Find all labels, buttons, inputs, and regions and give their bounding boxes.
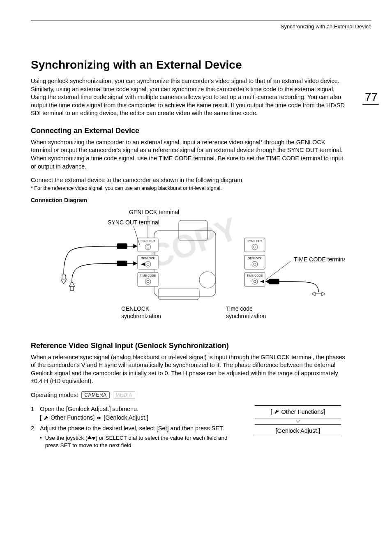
svg-marker-21 <box>134 262 137 265</box>
svg-point-44 <box>97 417 99 419</box>
camcorder-right: SYNC OUT GENLOCK TIME CODE <box>244 231 291 296</box>
svg-marker-23 <box>61 279 67 284</box>
svg-rect-3 <box>158 288 199 300</box>
svg-marker-40 <box>266 280 269 283</box>
svg-marker-42 <box>312 292 315 296</box>
svg-rect-19 <box>117 261 127 266</box>
chevron-down-outline-icon <box>295 418 301 424</box>
svg-marker-46 <box>92 437 96 440</box>
body-a2: When synchronizing a time code signal, u… <box>31 155 345 171</box>
svg-line-37 <box>266 261 291 280</box>
port-label-timecode-left: TIME CODE <box>140 274 156 277</box>
footnote-a: * For the reference video signal, you ca… <box>31 185 345 191</box>
label-genlock-terminal: GENLOCK terminal <box>129 209 179 215</box>
svg-marker-18 <box>134 245 137 248</box>
cable-right <box>266 279 318 292</box>
arrows-left <box>61 275 75 291</box>
main-content: Synchronizing with an External Device Us… <box>31 58 345 452</box>
wrench-icon <box>274 409 279 415</box>
page-title: Synchronizing with an External Device <box>31 58 345 72</box>
step-2-bullet: • Use the joystick () or SELECT dial to … <box>40 434 242 449</box>
caption-genlock-sync-2: synchronization <box>121 313 161 319</box>
operating-modes-label: Operating modes: <box>31 392 78 398</box>
port-label-syncout-left: SYNC OUT <box>141 240 156 242</box>
svg-marker-43 <box>322 292 325 296</box>
port-label-timecode-right: TIME CODE <box>247 274 263 277</box>
step-2-title: Adjust the phase to the desired level, s… <box>40 425 224 432</box>
chevron-icon <box>96 415 102 421</box>
step-number-1: 1 <box>31 405 37 422</box>
port-label-syncout-right: SYNC OUT <box>247 240 263 242</box>
mode-media-badge: MEDIA <box>113 391 136 399</box>
step-1-title: Open the [Genlock Adjust.] submenu. <box>40 406 138 412</box>
up-down-triangles-icon <box>88 436 96 440</box>
steps-and-menu: 1 Open the [Genlock Adjust.] submenu. [ … <box>31 405 345 452</box>
svg-rect-38 <box>269 279 279 284</box>
svg-rect-16 <box>117 244 127 249</box>
step-1-subline: [ Other Functions] [Genlock Adjust.] <box>40 414 148 422</box>
label-timecode-terminal: TIME CODE terminal <box>294 256 345 263</box>
cable-left <box>64 244 137 282</box>
svg-line-15 <box>134 226 140 245</box>
section-connecting: Connecting an External Device <box>31 127 345 135</box>
section-reference-video: Reference Video Signal Input (Genlock Sy… <box>31 342 345 350</box>
caption-genlock-sync-1: GENLOCK <box>121 305 150 312</box>
step-1-sub-a: Other Functions] <box>51 414 95 422</box>
step-number-2: 2 <box>31 425 37 449</box>
menu-item-genlock-adjust: [Genlock Adjust.] <box>255 424 341 437</box>
port-label-genlock-left: GENLOCK <box>141 257 155 260</box>
steps-list: 1 Open the [Genlock Adjust.] submenu. [ … <box>31 405 242 452</box>
double-arrow-right <box>312 292 325 296</box>
body-a1: When synchronizing the camcorder to an e… <box>31 138 345 155</box>
menu-item-other-functions: [ Other Functions] <box>255 405 341 418</box>
mode-camera-badge: CAMERA <box>81 391 109 399</box>
intro-paragraph: Using genlock synchronization, you can s… <box>31 77 345 118</box>
svg-marker-45 <box>88 436 92 439</box>
port-label-genlock-right: GENLOCK <box>248 257 262 260</box>
body-b1: When a reference sync signal (analog bla… <box>31 353 345 385</box>
step-1-sub-b: [Genlock Adjust.] <box>104 414 148 422</box>
wrench-icon <box>43 415 49 421</box>
step-2-bullet-head: Use the joystick ( <box>45 435 88 441</box>
page-number: 77 <box>365 90 379 105</box>
top-rule <box>31 21 371 21</box>
svg-marker-25 <box>69 282 75 286</box>
menu-item-2-label: [Genlock Adjust.] <box>276 427 321 434</box>
caption-timecode-sync-1: Time code <box>226 305 253 312</box>
menu-item-1-label: Other Functions] <box>281 409 325 415</box>
label-syncout-terminal: SYNC OUT terminal <box>108 219 159 226</box>
connection-diagram: COPY GENLOCK terminal SYNC OUT terminal … <box>31 206 345 325</box>
menu-path-box: [ Other Functions] [Genlock Adjust.] <box>255 405 341 437</box>
document-page: Synchronizing with an External Device 77… <box>0 0 392 554</box>
menu-connector <box>255 418 341 424</box>
diagram-svg: COPY GENLOCK terminal SYNC OUT terminal … <box>31 206 345 325</box>
body-a3: Connect the external device to the camco… <box>31 176 345 185</box>
caption-timecode-sync-2: synchronization <box>226 313 266 319</box>
svg-point-2 <box>199 272 216 288</box>
step-1: 1 Open the [Genlock Adjust.] submenu. [ … <box>31 405 242 422</box>
diagram-title: Connection Diagram <box>31 197 345 203</box>
running-head: Synchronizing with an External Device <box>31 23 371 30</box>
operating-modes-row: Operating modes: CAMERA MEDIA <box>31 391 345 399</box>
step-2: 2 Adjust the phase to the desired level,… <box>31 425 242 449</box>
